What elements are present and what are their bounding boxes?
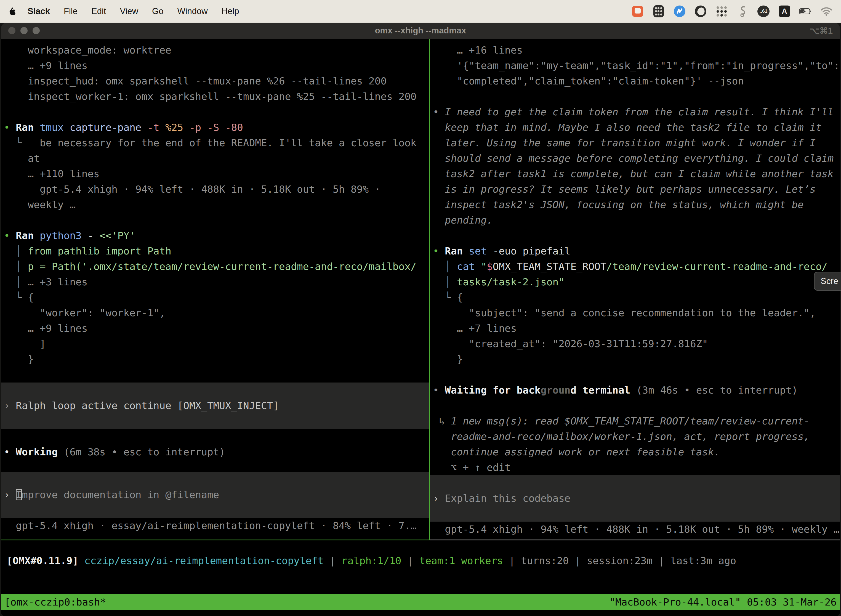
input-source-icon[interactable]: A <box>778 5 791 18</box>
text-segment: Explain this codebase <box>445 493 570 504</box>
text-segment: … +9 lines <box>4 60 88 71</box>
terminal-line: │ cat "$OMX_TEAM_STATE_ROOT/team/review-… <box>430 259 840 274</box>
text-segment: | <box>401 555 419 566</box>
keypad-icon[interactable] <box>652 5 665 18</box>
terminal-line <box>1 104 429 120</box>
text-segment: └ { <box>4 292 34 303</box>
terminal-line: └ { <box>430 290 840 305</box>
tmux-status-bar[interactable]: [omx-cczip0:bash* "MacBook-Pro-44.local"… <box>1 594 840 610</box>
minimize-button[interactable] <box>21 27 28 34</box>
menu-item-view[interactable]: View <box>120 6 138 16</box>
text-segment <box>78 555 84 566</box>
prompt-input-band[interactable]: › Improve documentation in @filename <box>1 472 429 518</box>
text-segment: › <box>433 493 445 504</box>
text-segment: | <box>324 555 341 566</box>
terminal-line: "worker": "worker-1", <box>1 305 429 321</box>
chat-app-icon[interactable] <box>631 5 644 18</box>
text-cursor: I <box>16 489 22 500</box>
terminal-line: ] <box>1 336 429 352</box>
hook-icon[interactable] <box>736 5 749 18</box>
menu-item-help[interactable]: Help <box>221 6 239 16</box>
terminal-line: } <box>430 352 840 367</box>
terminal-line <box>1 472 429 487</box>
text-segment: "subject": "send a concise recommendatio… <box>433 307 816 318</box>
window-bottom-strip <box>1 610 840 616</box>
wifi-icon[interactable] <box>820 5 833 18</box>
terminal-line: … +16 lines <box>430 43 840 58</box>
left-agent-pane[interactable]: workspace_mode: worktree … +9 lines insp… <box>1 39 429 540</box>
close-button[interactable] <box>8 27 15 34</box>
text-segment: team:1 workers <box>419 555 503 566</box>
text-segment: gpt-5.4 xhigh · 94% left · 488K in · 5.1… <box>433 524 840 535</box>
bolt-circle-icon[interactable] <box>673 5 686 18</box>
text-segment: • <box>433 106 445 117</box>
left-pane-scrollback: workspace_mode: worktree … +9 lines insp… <box>1 43 429 460</box>
terminal-block: gpt-5.4 xhigh · essay/ai-reimplementatio… <box>1 518 429 534</box>
right-agent-pane[interactable]: … +16 lines '{"team_name":"my-team","tas… <box>430 39 840 540</box>
text-segment <box>4 415 10 427</box>
text-segment: inspect_hud: omx sparkshell --tmux-pane … <box>4 75 387 87</box>
menu-item-go[interactable]: Go <box>152 6 163 16</box>
apple-menu-icon[interactable] <box>8 6 18 16</box>
text-segment: groun <box>541 384 570 396</box>
text-segment: ↳ <box>433 415 451 427</box>
terminal-line: • Ran tmux capture-pane -t %25 -p -S -80 <box>1 120 429 135</box>
text-segment: pending. <box>433 214 493 226</box>
window-title: omx --xhigh --madmax <box>1 26 840 35</box>
prompt-input-band[interactable]: › Explain this codebase <box>430 475 840 522</box>
text-segment: Ran <box>445 245 469 257</box>
dots-grid-icon[interactable] <box>715 5 728 18</box>
text-segment: › <box>4 489 16 500</box>
menu-item-window[interactable]: Window <box>177 6 208 16</box>
zoom-button[interactable] <box>32 27 40 34</box>
text-segment: │ … +3 lines <box>4 276 88 287</box>
window-shortcut-hint: ⌥⌘1 <box>810 26 833 36</box>
text-segment: [OMX#0.11.9] <box>7 555 78 566</box>
text-segment: should send a message before completing … <box>433 153 834 164</box>
menu-item-edit[interactable]: Edit <box>91 6 106 16</box>
text-segment: capture-pane <box>70 122 147 133</box>
traffic-lights <box>8 27 40 34</box>
terminal-line: at <box>1 151 429 166</box>
text-segment: python3 <box>40 230 88 241</box>
menu-item-file[interactable]: File <box>64 6 78 16</box>
text-segment: cczip/essay/ai-reimplementation-copyleft <box>84 555 324 566</box>
text-segment: Ran <box>16 122 40 133</box>
text-segment <box>433 400 439 411</box>
terminal-line <box>1 414 429 429</box>
text-segment <box>4 431 10 442</box>
omx-status-footer: [OMX#0.11.9] cczip/essay/ai-reimplementa… <box>1 540 840 594</box>
pie-circle-icon[interactable] <box>694 5 707 18</box>
terminal-line: inspect_hud: omx sparkshell --tmux-pane … <box>1 73 429 89</box>
window-titlebar[interactable]: omx --xhigh --madmax ⌥⌘1 <box>1 23 840 39</box>
agent-message-band: › Ralph loop active continue [OMX_TMUX_I… <box>1 383 429 429</box>
terminal-line: • Ran python3 - <<'PY' <box>1 228 429 243</box>
terminal-line <box>430 89 840 104</box>
terminal-block: • Working (6m 38s • esc to interrupt) <box>1 429 429 460</box>
terminal-line <box>430 398 840 414</box>
text-segment: <<'PY' <box>100 230 135 241</box>
text-segment: continue assigned work or next feasible … <box>433 446 720 458</box>
terminal-line <box>1 213 429 228</box>
badge-61-icon[interactable]: ..61 <box>757 5 770 18</box>
terminal-line: ↳ 1 new msg(s): read $OMX_TEAM_STATE_ROO… <box>430 414 840 429</box>
terminal-line: "subject": "send a concise recommendatio… <box>430 305 840 321</box>
text-segment: • <box>4 446 16 458</box>
text-segment <box>433 230 439 241</box>
terminal-line: "created_at": "2026-03-31T11:59:27.816Z" <box>430 336 840 352</box>
text-segment: later. Using the same for transition mig… <box>433 137 816 148</box>
text-segment: │ <box>433 276 457 287</box>
battery-icon[interactable] <box>799 5 812 18</box>
text-segment: d terminal <box>571 384 636 396</box>
terminal-block: … +16 lines '{"team_name":"my-team","tas… <box>430 43 840 475</box>
text-segment: workspace_mode: worktree <box>4 44 171 56</box>
terminal-line: • Working (6m 38s • esc to interrupt) <box>1 444 429 460</box>
text-segment: /team/review-current-readme-and-reco/ <box>607 261 828 272</box>
text-segment: inspect_worker-1: omx sparkshell --tmux-… <box>4 91 417 102</box>
menu-item-slack[interactable]: Slack <box>28 6 50 16</box>
terminal-line: … +110 lines <box>1 166 429 182</box>
terminal-line: should send a message before completing … <box>430 151 840 166</box>
text-segment: %25 <box>165 122 189 133</box>
text-segment: Waiting for back <box>445 384 541 396</box>
screen-edge-tooltip[interactable]: Scre <box>814 272 841 290</box>
